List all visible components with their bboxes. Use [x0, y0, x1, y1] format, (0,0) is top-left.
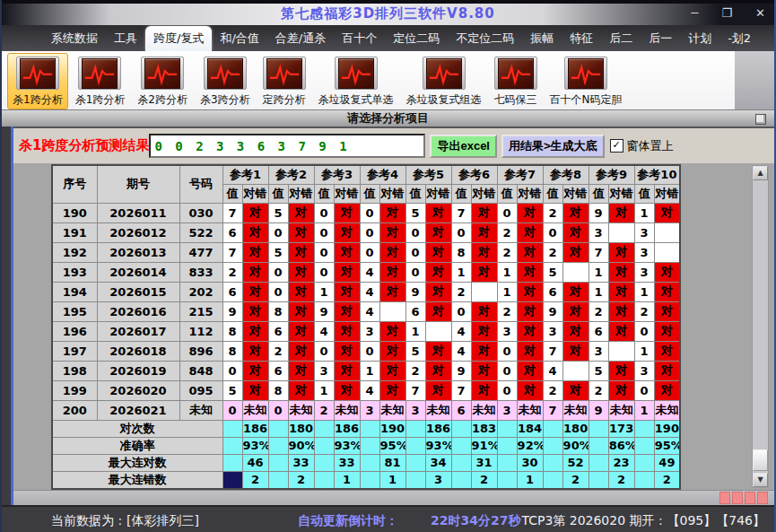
summary-value[interactable]: 92% — [517, 437, 543, 454]
cell-mark[interactable]: 对 — [425, 301, 451, 321]
cell-value[interactable]: 1 — [451, 262, 471, 282]
cell-seq[interactable]: 192 — [52, 242, 97, 262]
summary-value[interactable]: 52 — [562, 454, 589, 471]
cell-value[interactable]: 0 — [268, 262, 288, 282]
cell-value[interactable]: 4 — [314, 321, 334, 341]
cell-mark[interactable]: 对 — [471, 262, 497, 282]
cell-mark[interactable]: 对 — [288, 321, 314, 341]
cell-mark[interactable]: 对 — [471, 380, 497, 400]
cell-seq[interactable]: 196 — [52, 321, 97, 341]
cell-value[interactable]: 1 — [360, 361, 379, 380]
cell-mark[interactable]: 对 — [471, 361, 497, 380]
cell-value[interactable]: 7 — [222, 242, 242, 262]
cell-mark[interactable]: 对 — [425, 242, 451, 262]
summary-spacer-cell[interactable] — [268, 471, 288, 489]
cell-mark[interactable]: 对 — [562, 341, 589, 361]
summary-value[interactable]: 186 — [425, 420, 451, 437]
cell-mark[interactable]: 对 — [334, 380, 360, 400]
cell-period[interactable]: 2026011 — [97, 203, 179, 222]
cell-mark[interactable]: 对 — [654, 301, 680, 321]
cell-mark[interactable]: 对 — [608, 282, 634, 301]
menu-item[interactable]: 跨度/复式 — [145, 26, 212, 51]
summary-spacer-cell[interactable] — [360, 420, 379, 437]
cell-mark[interactable]: 对 — [425, 262, 451, 282]
summary-spacer-cell[interactable] — [360, 471, 379, 489]
cell-mark[interactable]: 对 — [517, 282, 543, 301]
cell-value[interactable]: 0 — [360, 341, 379, 361]
scrollbar-track[interactable] — [753, 180, 768, 473]
summary-value[interactable]: 180 — [562, 420, 589, 437]
cell-mark[interactable]: 未知 — [242, 400, 268, 420]
cell-value[interactable]: 0 — [268, 282, 288, 301]
cell-mark[interactable]: 对 — [242, 380, 268, 400]
cell-mark[interactable]: 对 — [425, 282, 451, 301]
cell-period[interactable]: 2026013 — [97, 242, 179, 262]
cell-mark[interactable]: 对 — [608, 380, 634, 400]
cell-value[interactable]: 2 — [589, 301, 608, 321]
cell-mark[interactable]: 对 — [471, 321, 497, 341]
export-excel-button[interactable]: 导出excel — [430, 135, 497, 158]
cell-mark[interactable]: 对 — [562, 203, 589, 222]
summary-spacer-cell[interactable] — [634, 437, 654, 454]
cell-mark[interactable]: 对 — [379, 282, 405, 301]
cell-period[interactable]: 2026014 — [97, 262, 179, 282]
cell-seq[interactable]: 191 — [52, 222, 97, 242]
summary-spacer-cell[interactable] — [268, 437, 288, 454]
cell-value[interactable]: 0 — [314, 341, 334, 361]
cell-value[interactable]: 2 — [405, 361, 425, 380]
summary-value[interactable]: 1 — [334, 471, 360, 489]
summary-spacer-cell[interactable] — [222, 454, 242, 471]
vertical-scrollbar[interactable]: ▲ ▼ — [752, 165, 769, 488]
cell-mark[interactable]: 对 — [425, 222, 451, 242]
summary-spacer-cell[interactable] — [497, 437, 517, 454]
summary-value[interactable]: 2 — [471, 471, 497, 489]
cell-value[interactable]: 1 — [497, 262, 517, 282]
summary-value[interactable]: 23 — [608, 454, 634, 471]
summary-spacer-cell[interactable] — [222, 420, 242, 437]
cell-mark[interactable]: 未知 — [379, 400, 405, 420]
summary-spacer-cell[interactable] — [268, 454, 288, 471]
cell-mark[interactable]: 对 — [334, 203, 360, 222]
menu-item[interactable]: 不定位二码 — [448, 25, 522, 51]
cell-period[interactable]: 2026018 — [97, 341, 179, 361]
cell-value[interactable]: 1 — [634, 400, 654, 420]
cell-value[interactable]: 1 — [405, 321, 425, 341]
menu-item[interactable]: 合差/通杀 — [267, 25, 334, 51]
menu-item[interactable]: 和/合值 — [212, 25, 266, 51]
cell-value[interactable]: 5 — [589, 361, 608, 380]
cell-value[interactable]: 3 — [314, 361, 334, 380]
restore-icon[interactable]: ❐ — [721, 4, 732, 22]
cell-value[interactable]: 0 — [268, 222, 288, 242]
cell-mark[interactable]: 对 — [379, 222, 405, 242]
summary-spacer-cell[interactable] — [589, 420, 608, 437]
cell-value[interactable]: 0 — [497, 361, 517, 380]
menu-item[interactable]: 后二 — [601, 25, 641, 51]
summary-value[interactable]: 93% — [242, 437, 268, 454]
cell-value[interactable]: 0 — [405, 242, 425, 262]
cell-mark[interactable]: 未知 — [654, 400, 680, 420]
minimize-icon[interactable]: ─ — [692, 4, 699, 22]
cell-mark[interactable]: 对 — [562, 242, 589, 262]
cell-value[interactable]: 7 — [451, 380, 471, 400]
cell-value[interactable]: 3 — [634, 361, 654, 380]
cell-code[interactable]: 848 — [179, 361, 222, 380]
cell-mark[interactable] — [379, 301, 405, 321]
cell-value[interactable]: 7 — [543, 400, 562, 420]
cell-mark[interactable]: 对 — [562, 321, 589, 341]
menu-item[interactable]: 工具 — [106, 25, 145, 51]
summary-value[interactable]: 186 — [242, 420, 268, 437]
summary-spacer-cell[interactable] — [222, 437, 242, 454]
summary-value[interactable]: 90% — [562, 437, 589, 454]
cell-value[interactable]: 2 — [451, 282, 471, 301]
summary-spacer-cell[interactable] — [268, 420, 288, 437]
cell-mark[interactable]: 对 — [608, 361, 634, 380]
cell-mark[interactable]: 对 — [334, 341, 360, 361]
cell-value[interactable]: 0 — [497, 380, 517, 400]
cell-seq[interactable]: 190 — [52, 203, 97, 222]
scroll-up-icon[interactable]: ▲ — [753, 166, 768, 180]
summary-spacer-cell[interactable] — [543, 454, 562, 471]
cell-value[interactable]: 7 — [222, 203, 242, 222]
cell-value[interactable]: 3 — [360, 400, 379, 420]
cell-mark[interactable]: 对 — [288, 301, 314, 321]
cell-value[interactable]: 9 — [543, 301, 562, 321]
